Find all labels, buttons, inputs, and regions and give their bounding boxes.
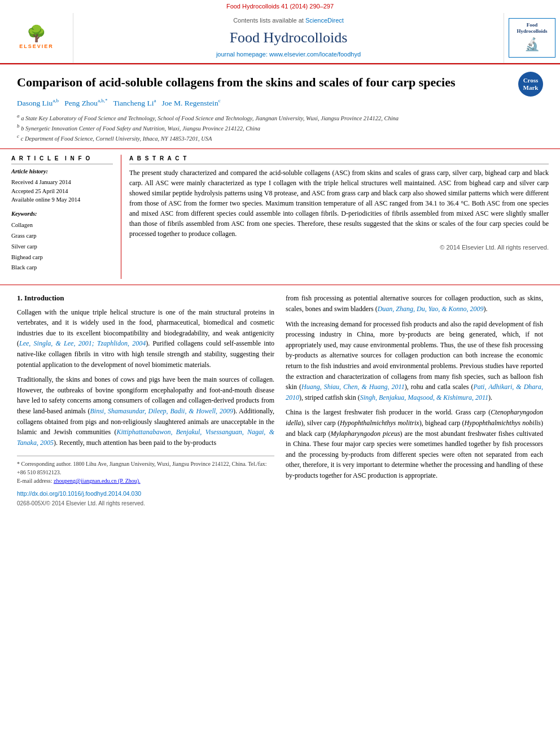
abstract-text: The present study characterized and comp…	[129, 168, 549, 239]
intro-paragraph-1: Collagen with the unique triple helical …	[17, 307, 274, 370]
footer-notes: * Corresponding author. 1800 Lihu Ave, J…	[17, 456, 274, 508]
article-info-column: A R T I C L E I N F O Article history: R…	[11, 155, 121, 279]
journal-logo-box: FoodHydrocolloids 🔬	[504, 13, 560, 62]
elsevier-tree-icon: 🌳	[19, 26, 54, 42]
author-tiancheng-li[interactable]: Tiancheng Li	[113, 99, 154, 107]
doi-text: http://dx.doi.org/10.1016/j.foodhyd.2014…	[17, 490, 141, 497]
ref-duan-2009[interactable]: Duan, Zhang, Du, Yao, & Konno, 2009	[378, 305, 484, 313]
crossmark-badge-container: CrossMark	[518, 72, 543, 97]
journal-logo: FoodHydrocolloids 🔬	[509, 18, 555, 58]
article-title: Comparison of acid-soluble collagens fro…	[17, 75, 513, 91]
footnote-email: E-mail address: zhoupeng@jiangnan.edu.cn…	[17, 477, 274, 485]
abstract-column: A B S T R A C T The present study charac…	[121, 155, 549, 279]
article-header: Comparison of acid-soluble collagens fro…	[0, 64, 560, 150]
keywords-list: Collagen Grass carp Silver carp Bighead …	[11, 220, 113, 273]
ref-huang-2011[interactable]: Huang, Shiau, Chen, & Huang, 2011	[301, 383, 405, 391]
article-history-label: Article history:	[11, 168, 113, 176]
crossmark-icon: CrossMark	[518, 72, 543, 97]
keyword-bighead-carp: Bighead carp	[11, 252, 113, 263]
affiliation-b-text: b Synergetic Innovation Center of Food S…	[21, 125, 260, 131]
sciencedirect-line: Contents lists available at ScienceDirec…	[233, 16, 344, 25]
keywords-block: Keywords: Collagen Grass carp Silver car…	[11, 210, 113, 273]
affiliation-c: c c Department of Food Science, Cornell …	[17, 133, 513, 143]
affiliation-a-text: a State Key Laboratory of Food Science a…	[21, 115, 399, 121]
intro-paragraph-2: Traditionally, the skins and bones of co…	[17, 374, 274, 448]
ref-lee-2001[interactable]: Lee, Singla, & Lee, 2001; Tzaphlidon, 20…	[19, 339, 146, 347]
page-header: 🌳 ELSEVIER Contents lists available at S…	[0, 13, 560, 64]
available-online-text: Available online 9 May 2014	[11, 195, 113, 204]
footnote-email-text: zhoupeng@jiangnan.edu.cn (P. Zhou).	[54, 478, 141, 484]
keyword-collagen: Collagen	[11, 220, 113, 231]
journal-homepage: journal homepage: www.elsevier.com/locat…	[216, 50, 361, 59]
body-left-column: 1. Introduction Collagen with the unique…	[17, 293, 274, 508]
abstract-heading: A B S T R A C T	[129, 155, 549, 164]
journal-homepage-link[interactable]: journal homepage: www.elsevier.com/locat…	[216, 51, 361, 58]
elsevier-logo: 🌳 ELSEVIER	[0, 13, 73, 62]
ref-kittiphattanabawon-2005[interactable]: Kittiphattanabawon, Benjakul, Visessangu…	[17, 428, 274, 447]
elsevier-brand-text: ELSEVIER	[19, 43, 54, 50]
footnote-corresponding: * Corresponding author. 1800 Lihu Ave, J…	[17, 460, 274, 477]
keyword-silver-carp: Silver carp	[11, 242, 113, 252]
body-right-column: from fish processing as potential altern…	[286, 293, 543, 508]
intro-paragraph-5: China is the largest freshwater fish pro…	[286, 407, 543, 480]
footer-doi: http://dx.doi.org/10.1016/j.foodhyd.2014…	[17, 488, 274, 499]
doi-link[interactable]: http://dx.doi.org/10.1016/j.foodhyd.2014…	[17, 490, 141, 497]
sciencedirect-link-text: ScienceDirect	[305, 17, 344, 24]
author-peng-zhou[interactable]: Peng Zhou	[64, 99, 98, 107]
intro-paragraph-3: from fish processing as potential altern…	[286, 293, 543, 314]
accepted-text: Accepted 25 April 2014	[11, 187, 113, 196]
journal-homepage-text: journal homepage: www.elsevier.com/locat…	[216, 51, 361, 58]
header-top-bar: 🌳 ELSEVIER Contents lists available at S…	[0, 13, 560, 63]
affiliation-c-text: c Department of Food Science, Cornell Un…	[21, 136, 212, 142]
footnote-email-label: E-mail address:	[17, 478, 52, 484]
affiliation-a: a a State Key Laboratory of Food Science…	[17, 112, 513, 123]
intro-paragraph-4: With the increasing demand for processed…	[286, 319, 543, 403]
journal-logo-title: FoodHydrocolloids	[517, 22, 548, 34]
author-dasong-liu[interactable]: Dasong Liu	[17, 99, 53, 107]
keyword-black-carp: Black carp	[11, 263, 113, 273]
affiliations: a a State Key Laboratory of Food Science…	[17, 112, 513, 143]
keywords-label: Keywords:	[11, 210, 113, 219]
header-center: Contents lists available at ScienceDirec…	[73, 13, 504, 62]
journal-reference: Food Hydrocolloids 41 (2014) 290–297	[0, 0, 560, 13]
journal-title: Food Hydrocolloids	[230, 28, 348, 48]
authors-line: Dasong Liua,b Peng Zhoua,b,* Tiancheng L…	[17, 97, 513, 108]
ref-binsi-2009[interactable]: Binsi, Shamasundar, Dileep, Badii, & How…	[90, 407, 233, 415]
copyright-line: © 2014 Elsevier Ltd. All rights reserved…	[129, 243, 549, 252]
article-info-heading: A R T I C L E I N F O	[11, 155, 113, 164]
intro-section-title: 1. Introduction	[17, 293, 274, 303]
journal-logo-icon: 🔬	[524, 36, 540, 54]
footer-issn: 0268-005X/© 2014 Elsevier Ltd. All right…	[17, 500, 274, 508]
author-joe-regenstein[interactable]: Joe M. Regenstein	[162, 99, 218, 107]
sciencedirect-link[interactable]: ScienceDirect	[305, 17, 344, 24]
keyword-grass-carp: Grass carp	[11, 231, 113, 242]
footnote-email-link[interactable]: zhoupeng@jiangnan.edu.cn (P. Zhou).	[54, 478, 141, 484]
affiliation-b: b b Synergetic Innovation Center of Food…	[17, 123, 513, 133]
article-info-abstract-section: A R T I C L E I N F O Article history: R…	[0, 149, 560, 285]
ref-singh-2011[interactable]: Singh, Benjakua, Maqsood, & Kishimura, 2…	[360, 394, 488, 401]
received-text: Received 4 January 2014	[11, 178, 113, 187]
article-history-block: Article history: Received 4 January 2014…	[11, 168, 113, 204]
journal-ref-text: Food Hydrocolloids 41 (2014) 290–297	[226, 3, 334, 10]
contents-available-text: Contents lists available at	[233, 17, 304, 24]
main-body: 1. Introduction Collagen with the unique…	[0, 285, 560, 517]
